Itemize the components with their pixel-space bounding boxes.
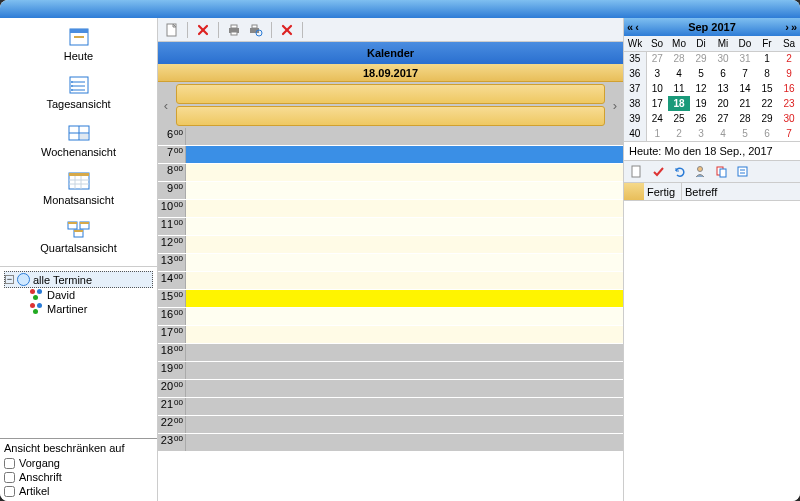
filter-artikel-checkbox[interactable]	[4, 486, 15, 497]
mini-cal-weeknum[interactable]: 38	[624, 96, 646, 111]
hour-row[interactable]: 1800	[158, 344, 623, 362]
mini-cal-today-link[interactable]: Heute: Mo den 18 Sep., 2017	[624, 141, 800, 160]
delete2-button[interactable]	[277, 21, 297, 39]
mini-cal-day[interactable]: 30	[778, 111, 800, 126]
mini-cal-day[interactable]: 20	[712, 96, 734, 111]
task-list[interactable]	[624, 201, 800, 501]
mini-cal-day[interactable]: 18	[668, 96, 690, 111]
mini-cal-day[interactable]: 6	[756, 126, 778, 141]
mini-cal-day[interactable]: 19	[690, 96, 712, 111]
mini-cal-day[interactable]: 10	[646, 81, 668, 96]
task-col-done[interactable]: Fertig	[644, 183, 682, 200]
view-today-button[interactable]: Heute	[0, 22, 157, 70]
hour-slot[interactable]	[186, 362, 623, 379]
hour-slot[interactable]	[186, 128, 623, 145]
task-check-button[interactable]	[649, 164, 667, 180]
mini-cal-weeknum[interactable]: 36	[624, 66, 646, 81]
mini-cal-day[interactable]: 5	[690, 66, 712, 81]
mini-cal-day[interactable]: 28	[668, 51, 690, 66]
mini-cal-day[interactable]: 30	[712, 51, 734, 66]
mini-cal-day[interactable]: 13	[712, 81, 734, 96]
hour-slot[interactable]	[186, 416, 623, 433]
mini-cal-day[interactable]: 22	[756, 96, 778, 111]
mini-cal-weeknum[interactable]: 39	[624, 111, 646, 126]
delete-button[interactable]	[193, 21, 213, 39]
hour-row[interactable]: 1200	[158, 236, 623, 254]
hour-row[interactable]: 700	[158, 146, 623, 164]
hour-slot[interactable]	[186, 236, 623, 253]
mini-cal-day[interactable]: 28	[734, 111, 756, 126]
next-year-button[interactable]: »	[790, 21, 798, 33]
task-col-flag[interactable]	[624, 183, 644, 200]
prev-year-button[interactable]: «	[626, 21, 634, 33]
mini-cal-day[interactable]: 2	[778, 51, 800, 66]
hour-slot[interactable]	[186, 272, 623, 289]
hour-slot[interactable]	[186, 308, 623, 325]
mini-cal-weeknum[interactable]: 35	[624, 51, 646, 66]
hour-row[interactable]: 600	[158, 128, 623, 146]
hour-slot[interactable]	[186, 290, 623, 307]
mini-cal-day[interactable]: 5	[734, 126, 756, 141]
new-button[interactable]	[162, 21, 182, 39]
mini-cal-day[interactable]: 17	[646, 96, 668, 111]
tree-item-david[interactable]: David	[4, 288, 153, 302]
mini-cal-day[interactable]: 25	[668, 111, 690, 126]
mini-cal-day[interactable]: 1	[646, 126, 668, 141]
mini-cal-day[interactable]: 16	[778, 81, 800, 96]
mini-cal-day[interactable]: 14	[734, 81, 756, 96]
hour-row[interactable]: 1600	[158, 308, 623, 326]
hour-row[interactable]: 800	[158, 164, 623, 182]
hour-row[interactable]: 1400	[158, 272, 623, 290]
next-day-button[interactable]: ›	[607, 82, 623, 128]
task-refresh-button[interactable]	[670, 164, 688, 180]
task-col-subject[interactable]: Betreff	[682, 183, 800, 200]
hour-row[interactable]: 2300	[158, 434, 623, 452]
hour-row[interactable]: 900	[158, 182, 623, 200]
view-day-button[interactable]: Tagesansicht	[0, 70, 157, 118]
filter-anschrift-checkbox[interactable]	[4, 472, 15, 483]
hour-slot[interactable]	[186, 182, 623, 199]
hour-slot[interactable]	[186, 200, 623, 217]
allday-event[interactable]	[176, 84, 605, 104]
hour-slot[interactable]	[186, 326, 623, 343]
mini-cal-grid[interactable]: WkSoMoDiMiDoFrSa352728293031123634567893…	[624, 36, 800, 141]
view-month-button[interactable]: Monatsansicht	[0, 166, 157, 214]
print-preview-button[interactable]	[246, 21, 266, 39]
hour-slot[interactable]	[186, 398, 623, 415]
allday-slot[interactable]	[174, 82, 607, 128]
tree-expander-icon[interactable]: −	[5, 275, 14, 284]
allday-event[interactable]	[176, 106, 605, 126]
hour-row[interactable]: 1100	[158, 218, 623, 236]
hour-row[interactable]: 1300	[158, 254, 623, 272]
hour-row[interactable]: 2200	[158, 416, 623, 434]
task-copy-button[interactable]	[712, 164, 730, 180]
hour-row[interactable]: 2000	[158, 380, 623, 398]
hour-slot[interactable]	[186, 434, 623, 451]
time-grid[interactable]: 6007008009001000110012001300140015001600…	[158, 128, 623, 501]
mini-cal-day[interactable]: 23	[778, 96, 800, 111]
view-week-button[interactable]: Wochenansicht	[0, 118, 157, 166]
mini-cal-day[interactable]: 29	[690, 51, 712, 66]
mini-cal-day[interactable]: 26	[690, 111, 712, 126]
print-button[interactable]	[224, 21, 244, 39]
tree-root-all[interactable]: − alle Termine	[4, 271, 153, 288]
task-list-button[interactable]	[733, 164, 751, 180]
task-user-button[interactable]	[691, 164, 709, 180]
prev-month-button[interactable]: ‹	[634, 21, 640, 33]
mini-cal-day[interactable]: 15	[756, 81, 778, 96]
mini-cal-day[interactable]: 24	[646, 111, 668, 126]
hour-slot[interactable]	[186, 146, 623, 163]
mini-cal-day[interactable]: 1	[756, 51, 778, 66]
prev-day-button[interactable]: ‹	[158, 82, 174, 128]
hour-row[interactable]: 1900	[158, 362, 623, 380]
mini-cal-day[interactable]: 3	[690, 126, 712, 141]
filter-vorgang[interactable]: Vorgang	[4, 456, 153, 470]
mini-cal-day[interactable]: 6	[712, 66, 734, 81]
mini-cal-day[interactable]: 27	[712, 111, 734, 126]
mini-cal-day[interactable]: 12	[690, 81, 712, 96]
tree-item-martiner[interactable]: Martiner	[4, 302, 153, 316]
mini-cal-day[interactable]: 7	[778, 126, 800, 141]
mini-cal-day[interactable]: 27	[646, 51, 668, 66]
mini-cal-day[interactable]: 9	[778, 66, 800, 81]
mini-cal-day[interactable]: 31	[734, 51, 756, 66]
